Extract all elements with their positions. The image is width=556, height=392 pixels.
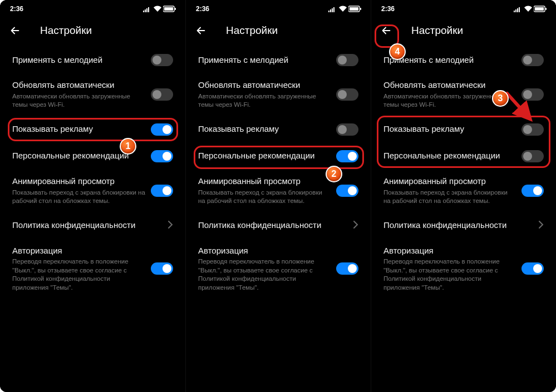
toggle-authorization[interactable] [521, 262, 544, 275]
battery-icon [534, 6, 547, 12]
phone-screen-1: 2:36 Настройки Применять с мелодией Обно… [0, 0, 185, 392]
row-show-ads[interactable]: Показывать рекламу [186, 116, 371, 143]
back-button[interactable] [194, 23, 208, 38]
row-animated-preview[interactable]: Анимированный просмотр Показывать перехо… [0, 170, 185, 212]
row-title: Авторизация [198, 246, 331, 256]
annotation-badge-4: 4 [389, 43, 406, 60]
toggle-show-ads[interactable] [336, 123, 358, 136]
page-title: Настройки [226, 24, 278, 37]
row-show-ads[interactable]: Показывать рекламу [371, 116, 556, 143]
wifi-icon [524, 6, 533, 12]
status-time: 2:36 [10, 5, 23, 13]
row-personal-recommendations[interactable]: Персональные рекомендации [0, 143, 185, 170]
toggle-personal-rec[interactable] [151, 150, 173, 162]
row-title: Показывать рекламу [383, 124, 516, 135]
phone-screen-2: 2:36 Настройки Применять с мелодией Обно… [185, 0, 371, 392]
row-apply-with-melody[interactable]: Применять с мелодией [186, 47, 371, 73]
row-subtitle: Автоматически обновлять загруженные темы… [12, 92, 145, 110]
row-title: Показывать рекламу [12, 124, 145, 135]
toggle-anim-preview[interactable] [521, 185, 544, 197]
page-title: Настройки [40, 24, 92, 37]
status-bar: 2:36 [371, 0, 556, 16]
chevron-right-icon [168, 220, 173, 231]
tutorial-canvas: 2:36 Настройки Применять с мелодией Обно… [0, 0, 556, 392]
annotation-badge-3: 3 [492, 90, 509, 107]
toggle-anim-preview[interactable] [151, 185, 173, 197]
back-button[interactable] [379, 23, 393, 38]
row-subtitle: Показывать переход с экрана блокировки н… [12, 188, 145, 206]
row-title: Авторизация [12, 246, 145, 256]
row-title: Обновлять автоматически [383, 80, 516, 91]
row-title: Политика конфиденциальности [383, 220, 533, 231]
settings-list: Применять с мелодией Обновлять автоматич… [186, 46, 371, 300]
svg-rect-5 [360, 8, 361, 10]
svg-rect-8 [545, 8, 547, 10]
row-title: Обновлять автоматически [12, 80, 145, 91]
toggle-personal-rec[interactable] [336, 150, 358, 162]
row-authorization[interactable]: Авторизация Переводя переключатель в пол… [371, 239, 556, 299]
svg-rect-1 [164, 7, 173, 11]
row-subtitle: Переводя переключатель в положение "Выкл… [198, 257, 331, 292]
row-auto-update[interactable]: Обновлять автоматически Автоматически об… [371, 73, 556, 116]
arrow-left-icon [9, 24, 21, 37]
row-auto-update[interactable]: Обновлять автоматически Автоматически об… [186, 73, 371, 116]
row-authorization[interactable]: Авторизация Переводя переключатель в пол… [0, 239, 185, 299]
row-privacy-policy[interactable]: Политика конфиденциальности [0, 212, 185, 239]
battery-icon [348, 6, 362, 12]
settings-header: Настройки [371, 16, 556, 46]
wifi-icon [338, 6, 347, 12]
toggle-anim-preview[interactable] [336, 185, 358, 197]
status-bar: 2:36 [186, 0, 371, 16]
row-title: Применять с мелодией [198, 55, 331, 66]
battery-icon [163, 6, 176, 12]
svg-rect-4 [350, 7, 358, 11]
row-title: Применять с мелодией [12, 55, 145, 66]
chevron-right-icon [353, 220, 358, 231]
annotation-badge-1: 1 [120, 138, 136, 155]
svg-rect-2 [175, 8, 176, 10]
toggle-show-ads[interactable] [151, 123, 173, 136]
row-title: Авторизация [383, 246, 516, 256]
row-subtitle: Показывать переход с экрана блокировки н… [198, 188, 331, 206]
annotation-badge-2: 2 [326, 166, 342, 182]
toggle-auto-update[interactable] [151, 88, 173, 101]
toggle-melody[interactable] [336, 54, 358, 66]
row-personal-recommendations[interactable]: Персональные рекомендации [186, 143, 371, 170]
toggle-show-ads[interactable] [521, 123, 544, 136]
toggle-authorization[interactable] [151, 262, 173, 275]
status-time: 2:36 [381, 5, 395, 13]
phone-screen-3: 2:36 Настройки Применять с мелодией Обно… [371, 0, 556, 392]
row-title: Анимированный просмотр [198, 176, 331, 187]
back-button[interactable] [8, 23, 22, 38]
row-title: Персональные рекомендации [383, 151, 516, 161]
row-subtitle: Переводя переключатель в положение "Выкл… [12, 257, 145, 292]
row-show-ads[interactable]: Показывать рекламу [0, 116, 185, 143]
row-animated-preview[interactable]: Анимированный просмотр Показывать перехо… [371, 170, 556, 212]
row-animated-preview[interactable]: Анимированный просмотр Показывать перехо… [186, 170, 371, 212]
toggle-auto-update[interactable] [336, 88, 358, 101]
settings-header: Настройки [0, 16, 185, 46]
row-personal-recommendations[interactable]: Персональные рекомендации [371, 143, 556, 170]
status-icons [514, 6, 547, 12]
toggle-personal-rec[interactable] [521, 150, 544, 162]
row-title: Политика конфиденциальности [198, 220, 347, 231]
toggle-auto-update[interactable] [521, 88, 544, 101]
arrow-left-icon [380, 24, 392, 37]
svg-rect-7 [535, 7, 544, 11]
row-subtitle: Переводя переключатель в положение "Выкл… [383, 257, 516, 292]
toggle-melody[interactable] [521, 54, 544, 66]
row-title: Анимированный просмотр [12, 176, 145, 187]
row-privacy-policy[interactable]: Политика конфиденциальности [186, 212, 371, 239]
row-title: Обновлять автоматически [198, 80, 331, 91]
toggle-authorization[interactable] [336, 262, 358, 275]
row-apply-with-melody[interactable]: Применять с мелодией [0, 47, 185, 73]
arrow-left-icon [195, 24, 207, 37]
row-authorization[interactable]: Авторизация Переводя переключатель в пол… [186, 239, 371, 299]
row-subtitle: Показывать переход с экрана блокировки н… [383, 188, 516, 206]
row-privacy-policy[interactable]: Политика конфиденциальности [371, 212, 556, 239]
status-time: 2:36 [196, 5, 209, 13]
signal-icon [143, 6, 152, 12]
status-icons [328, 6, 362, 12]
row-auto-update[interactable]: Обновлять автоматически Автоматически об… [0, 73, 185, 116]
toggle-melody[interactable] [151, 54, 173, 66]
